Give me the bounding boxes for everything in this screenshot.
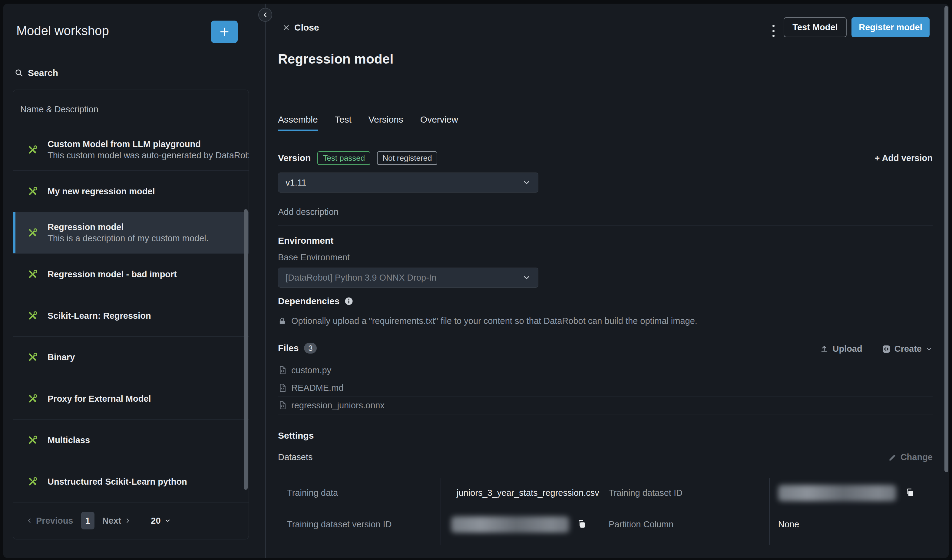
pagination-previous-button[interactable]: Previous: [26, 516, 73, 526]
upload-icon: [820, 344, 829, 353]
chevron-left-icon: [26, 517, 33, 524]
model-tools-icon: [26, 227, 39, 239]
lock-icon: [278, 317, 286, 326]
model-name: Proxy for External Model: [48, 393, 151, 404]
model-title: Regression model: [278, 51, 393, 66]
app-window: Model workshop Search Name & Description…: [3, 4, 949, 558]
upload-button[interactable]: Upload: [820, 344, 862, 354]
list-item-scikit-learn-regression[interactable]: Scikit-Learn: Regression: [13, 295, 249, 336]
file-name: regression_juniors.onnx: [291, 401, 385, 410]
upload-label: Upload: [832, 344, 862, 354]
model-tools-icon: [26, 351, 39, 364]
close-button[interactable]: Close: [282, 22, 319, 33]
training-data-value: juniors_3_year_stats_regression.csv: [457, 488, 599, 498]
base-environment-value: [DataRobot] Python 3.9 ONNX Drop-In: [286, 273, 436, 283]
datasets-label: Datasets: [278, 452, 312, 462]
panel-divider: [265, 4, 266, 558]
list-item-proxy-for-external-model[interactable]: Proxy for External Model: [13, 378, 249, 419]
files-heading-row: Files 3: [278, 342, 317, 353]
search-toggle[interactable]: Search: [14, 68, 58, 78]
app-root: { "sidebar": { "title": "Model workshop"…: [0, 0, 952, 560]
list-item-unstructured-scikit-learn-python[interactable]: Unstructured Scikit-Learn python: [13, 461, 249, 502]
model-name: Regression model: [48, 222, 209, 233]
dependencies-note-row: Optionally upload a "requirements.txt" f…: [278, 316, 697, 326]
model-tools-icon: [26, 392, 39, 405]
copy-icon[interactable]: [577, 519, 586, 529]
list-item-regression-model-selected[interactable]: Regression model This is a description o…: [13, 212, 249, 253]
add-description-link[interactable]: Add description: [278, 207, 338, 217]
tab-assemble[interactable]: Assemble: [278, 114, 318, 131]
tab-overview[interactable]: Overview: [420, 114, 458, 131]
section-divider: [278, 225, 933, 225]
list-item-regression-model-bad-import[interactable]: Regression model - bad import: [13, 253, 249, 295]
dependencies-heading: Dependencies: [278, 296, 340, 306]
list-item-custom-model-from-llm-playground[interactable]: Custom Model from LLM playground This cu…: [13, 129, 249, 170]
file-actions: Upload Create: [820, 344, 933, 354]
plus-icon: [219, 26, 230, 37]
main-scrollbar-thumb[interactable]: [944, 6, 948, 472]
list-item-binary[interactable]: Binary: [13, 336, 249, 378]
file-row-custom-py[interactable]: custom.py: [278, 361, 933, 379]
section-divider: [278, 334, 933, 334]
copy-icon[interactable]: [906, 487, 915, 498]
training-dataset-version-id-redacted-value: [451, 517, 569, 533]
tab-test[interactable]: Test: [335, 114, 352, 131]
create-menu-button[interactable]: Create: [882, 344, 933, 354]
create-file-icon: [882, 344, 891, 353]
training-data-label: Training data: [287, 488, 338, 498]
list-item-my-new-regression-model[interactable]: My new regression model: [13, 170, 249, 212]
model-tools-icon: [26, 185, 39, 197]
pagination-next-button[interactable]: Next: [102, 516, 132, 526]
pencil-icon: [889, 453, 897, 461]
file-row-readme-md[interactable]: README.md: [278, 379, 933, 397]
chevron-right-icon: [124, 517, 131, 524]
files-count-badge: 3: [304, 342, 317, 353]
base-environment-label: Base Environment: [278, 253, 350, 262]
test-passed-badge: Test passed: [317, 151, 370, 165]
version-label: Version: [278, 153, 311, 163]
model-name: Binary: [48, 352, 75, 363]
base-environment-select[interactable]: [DataRobot] Python 3.9 ONNX Drop-In: [278, 268, 538, 288]
model-description: This is a description of my custom model…: [48, 233, 209, 244]
test-model-button[interactable]: Test Model: [784, 17, 847, 37]
page-size-select[interactable]: 20: [151, 516, 171, 526]
file-row-regression-juniors-onnx[interactable]: regression_juniors.onnx: [278, 396, 933, 414]
model-name: Unstructured Scikit-Learn python: [48, 476, 187, 487]
version-select[interactable]: v1.11: [278, 173, 538, 193]
table-column-divider: [440, 478, 441, 545]
file-icon: [278, 366, 287, 375]
collapse-sidebar-button[interactable]: [258, 8, 272, 22]
pagination-page-1[interactable]: 1: [81, 512, 94, 529]
register-model-button[interactable]: Register model: [852, 17, 930, 37]
model-tools-icon: [26, 434, 39, 446]
file-icon: [278, 383, 287, 392]
version-select-value: v1.11: [286, 178, 306, 188]
list-item-multiclass[interactable]: Multiclass: [13, 419, 249, 461]
file-name: custom.py: [291, 366, 331, 375]
model-description: This custom model was auto-generated by …: [48, 150, 249, 161]
info-icon[interactable]: [344, 297, 353, 306]
model-list: Name & Description Custom Model from LLM…: [13, 89, 249, 539]
tab-versions[interactable]: Versions: [368, 114, 403, 131]
more-actions-menu[interactable]: [767, 24, 779, 38]
pagination: Previous 1 Next 20: [13, 502, 249, 539]
model-name: Scikit-Learn: Regression: [48, 310, 151, 321]
section-divider: [278, 547, 933, 547]
file-icon: [278, 401, 287, 410]
version-row: Version Test passed Not registered: [278, 151, 437, 165]
model-tools-icon: [26, 268, 39, 281]
chevron-down-icon: [164, 517, 171, 524]
sidebar-scrollbar-thumb[interactable]: [244, 209, 248, 490]
search-icon: [14, 68, 24, 77]
chevron-down-icon: [925, 346, 933, 353]
model-name: My new regression model: [48, 186, 155, 197]
add-version-button[interactable]: + Add version: [875, 153, 933, 163]
settings-heading: Settings: [278, 430, 314, 441]
add-model-button[interactable]: [211, 21, 238, 43]
model-tools-icon: [26, 309, 39, 322]
previous-label: Previous: [36, 516, 73, 526]
model-tools-icon: [26, 143, 39, 156]
file-name: README.md: [291, 383, 343, 393]
change-datasets-button[interactable]: Change: [889, 452, 933, 462]
model-tools-icon: [26, 475, 39, 488]
